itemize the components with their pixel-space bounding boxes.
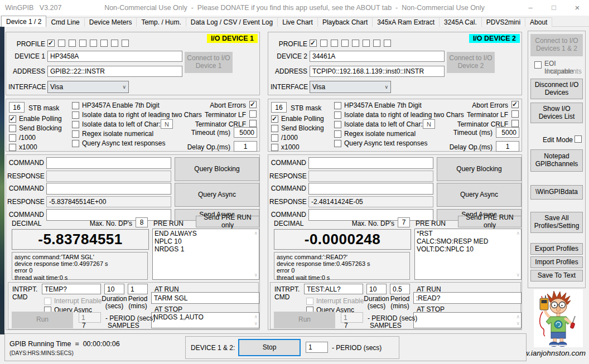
device1-at-run-input[interactable] xyxy=(151,292,259,304)
tab-playback-chart[interactable]: Playback Chart xyxy=(317,17,373,27)
device2-command3-input[interactable] xyxy=(308,209,433,221)
profile-checkbox-1[interactable] xyxy=(310,40,317,47)
maximize-icon[interactable]: □ xyxy=(542,0,566,16)
device2-max-dp-input[interactable] xyxy=(398,217,410,227)
hp3457a-7th-digit-checkbox[interactable] xyxy=(334,102,341,109)
profile-checkbox-8[interactable] xyxy=(384,40,391,47)
device2-address-input[interactable] xyxy=(310,66,445,77)
x1000-checkbox[interactable] xyxy=(271,144,278,151)
send-blocking-checkbox[interactable] xyxy=(9,125,16,132)
interrupt-enable-checkbox[interactable] xyxy=(44,298,51,305)
device1-max-dp-input[interactable] xyxy=(136,217,148,227)
device2-response1-field[interactable] xyxy=(308,171,433,182)
stop-button[interactable]: Stop xyxy=(238,339,301,356)
terminator-crlf-checkbox[interactable] xyxy=(511,120,519,127)
disconnect-devices-button[interactable]: Disconnect I/O Devices xyxy=(530,79,583,99)
isolate-left-checkbox[interactable] xyxy=(72,121,79,128)
device2-pre-run-textarea[interactable]: *RST CALC:SMO:RESP MED VOLT:DC:NPLC 10 xyxy=(415,229,521,279)
regex-isolate-checkbox[interactable] xyxy=(334,130,341,138)
isolate-right-checkbox[interactable] xyxy=(72,111,79,119)
tab-data-log[interactable]: Data Log / CSV / Event Log xyxy=(186,17,278,27)
device2-delay-input[interactable] xyxy=(496,141,519,152)
profile-checkbox-5[interactable] xyxy=(90,40,97,47)
tab-device-1-2[interactable]: Device 1 / 2 xyxy=(1,16,46,27)
global-period-input[interactable] xyxy=(306,342,328,353)
send-blocking-checkbox[interactable] xyxy=(271,125,278,132)
device1-stb-mask-input[interactable] xyxy=(9,102,25,113)
scroll-up-icon[interactable]: ∧ xyxy=(254,231,258,236)
profile-checkbox-1[interactable] xyxy=(47,40,55,47)
scroll-up-icon[interactable]: ∧ xyxy=(516,231,520,236)
eoi-incapable-checkbox[interactable] xyxy=(534,61,542,69)
query-async-button[interactable]: Query Async xyxy=(437,183,522,207)
profile-checkbox-2[interactable] xyxy=(58,40,65,47)
tab-cmd-line[interactable]: Cmd Line xyxy=(46,17,84,27)
device1-pre-run-textarea[interactable]: END ALWAYS NPLC 10 NRDGS 1 xyxy=(153,229,259,279)
query-async-button[interactable]: Query Async xyxy=(175,183,259,207)
send-pre-run-button[interactable]: Send PRE RUN only xyxy=(196,216,259,227)
device1-delay-input[interactable] xyxy=(234,141,257,152)
show-devices-list-button[interactable]: Show I/O Devices List xyxy=(530,103,583,123)
tab-device-meters[interactable]: Device Meters xyxy=(84,17,137,27)
device1-period-input[interactable] xyxy=(128,284,148,294)
terminator-lf-checkbox[interactable] xyxy=(511,110,519,118)
device2-at-stop-textarea[interactable] xyxy=(414,313,521,328)
device2-at-run-input[interactable] xyxy=(413,292,522,304)
device1-response1-field[interactable] xyxy=(46,171,171,182)
device2-interface-select[interactable]: Visa ∨ xyxy=(310,81,391,93)
abort-errors-checkbox[interactable] xyxy=(249,101,257,108)
edit-mode-checkbox[interactable] xyxy=(574,135,582,143)
profile-checkbox-7[interactable] xyxy=(373,40,380,47)
query-async-text-checkbox[interactable] xyxy=(72,140,79,147)
scroll-down-icon[interactable]: ∨ xyxy=(516,273,520,278)
device1-run-button[interactable]: Run xyxy=(12,312,73,328)
send-pre-run-button[interactable]: Send PRE RUN only xyxy=(458,216,522,227)
scroll-down-icon[interactable]: ∨ xyxy=(254,273,258,278)
scroll-up-icon[interactable]: ∧ xyxy=(254,314,258,319)
minimize-icon[interactable]: – xyxy=(519,0,542,16)
device1-at-stop-textarea[interactable]: NRDGS 1,AUTO xyxy=(152,313,259,328)
connect-device1-button[interactable]: Connect to I/O Device 1 xyxy=(185,52,233,73)
profile-checkbox-4[interactable] xyxy=(79,40,86,47)
isolate-right-checkbox[interactable] xyxy=(334,111,341,119)
profile-checkbox-2[interactable] xyxy=(320,40,327,47)
enable-polling-checkbox[interactable] xyxy=(9,115,16,123)
tab-about[interactable]: About xyxy=(525,17,552,27)
device1-address-input[interactable] xyxy=(47,66,182,77)
hp3457a-7th-digit-checkbox[interactable] xyxy=(72,102,79,109)
profile-checkbox-6[interactable] xyxy=(100,40,108,47)
export-profiles-button[interactable]: Export Profiles xyxy=(530,243,583,255)
query-blocking-button[interactable]: Query Blocking xyxy=(437,157,522,181)
terminator-lf-checkbox[interactable] xyxy=(249,110,257,118)
device2-command1-input[interactable] xyxy=(308,157,433,169)
device2-response2-field[interactable] xyxy=(308,196,433,207)
interrupt-enable-checkbox[interactable] xyxy=(306,298,313,305)
device1-response2-field[interactable] xyxy=(46,196,171,207)
device1-command2-input[interactable] xyxy=(46,183,171,195)
device2-stb-mask-input[interactable] xyxy=(271,102,287,113)
enable-polling-checkbox[interactable] xyxy=(271,115,278,123)
device2-timeout-input[interactable] xyxy=(496,127,519,138)
device2-name-input[interactable] xyxy=(310,51,445,62)
save-to-text-button[interactable]: Save To Text xyxy=(530,270,583,282)
tab-3245a-cal[interactable]: 3245A Cal. xyxy=(439,17,482,27)
scroll-down-icon[interactable]: ∨ xyxy=(254,321,258,326)
tab-pdvs2mini[interactable]: PDVS2mini xyxy=(481,17,525,27)
profile-checkbox-6[interactable] xyxy=(363,40,370,47)
device2-command2-input[interactable] xyxy=(308,183,433,195)
device2-period-input[interactable] xyxy=(390,284,410,294)
device1-intrpt-cmd-input[interactable] xyxy=(42,284,101,294)
import-profiles-button[interactable]: Import Profiles xyxy=(530,256,583,268)
terminator-crlf-checkbox[interactable] xyxy=(249,120,257,127)
query-blocking-button[interactable]: Query Blocking xyxy=(175,157,259,181)
profile-checkbox-3[interactable] xyxy=(69,40,76,47)
device2-duration-input[interactable] xyxy=(366,284,387,294)
save-all-profiles-button[interactable]: Save All Profiles/Setting xyxy=(530,212,583,233)
abort-errors-checkbox[interactable] xyxy=(511,101,519,108)
device1-name-input[interactable] xyxy=(47,51,182,62)
device1-timeout-input[interactable] xyxy=(234,127,257,138)
wingpibdata-button[interactable]: \WinGPIBdata xyxy=(530,185,583,200)
device1-duration-input[interactable] xyxy=(104,284,124,294)
device2-intrpt-cmd-input[interactable] xyxy=(304,284,363,294)
connect-device2-button[interactable]: Connect to I/O Device 2 xyxy=(447,52,495,73)
